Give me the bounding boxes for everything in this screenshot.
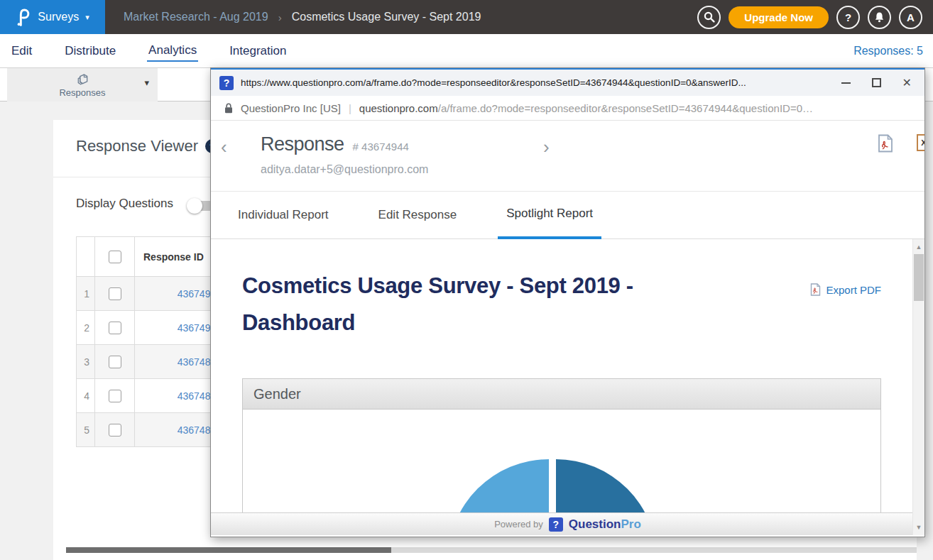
surveys-menu-button[interactable]: Surveys ▾: [0, 0, 105, 34]
responses-tool-label: Responses: [59, 87, 105, 98]
security-bar: QuestionPro Inc [US] | questionpro.com/a…: [211, 96, 924, 121]
upgrade-now-button[interactable]: Upgrade Now: [729, 6, 829, 28]
horizontal-scrollbar[interactable]: [66, 547, 917, 553]
report-tabs: Individual Report Edit Response Spotligh…: [211, 192, 924, 239]
powered-by-label: Powered by: [494, 519, 543, 529]
security-path: /a/frame.do?mode=responseeditor&response…: [438, 102, 813, 114]
response-id-badge: # 43674944: [353, 141, 409, 153]
screen: Surveys ▾ Market Research - Aug 2019 › C…: [0, 0, 933, 560]
breadcrumb-current: Cosmetics Usage Survey - Sept 2019: [292, 11, 481, 23]
export-pdf-icon: [810, 283, 821, 296]
row-number: 2: [77, 311, 95, 345]
question-icon: ?: [845, 11, 851, 23]
gender-section-title: Gender: [253, 386, 301, 402]
tab-spotlight-report[interactable]: Spotlight Report: [498, 192, 601, 239]
survey-nav: Edit Distribute Analytics Integration Re…: [0, 34, 933, 68]
breadcrumb-parent-link[interactable]: Market Research - Aug 2019: [124, 11, 268, 23]
nav-item-edit[interactable]: Edit: [10, 41, 33, 61]
lock-icon: [224, 103, 233, 114]
popup-body: ‹ Response # 43674944 › aditya.datar+5@q…: [211, 121, 924, 535]
questionpro-favicon-icon: ?: [219, 76, 234, 90]
header-select-all: [95, 237, 135, 277]
header-rownum: [77, 237, 95, 277]
close-icon[interactable]: ✕: [902, 77, 912, 89]
response-editor-popup: ? https://www.questionpro.com/a/frame.do…: [210, 67, 925, 537]
export-pdf-link[interactable]: Export PDF: [810, 283, 881, 296]
nav-item-distribute[interactable]: Distribute: [63, 41, 117, 61]
row-checkbox[interactable]: [109, 287, 121, 300]
topbar-actions: Upgrade Now ? A: [697, 6, 933, 29]
toggle-knob[interactable]: [187, 198, 202, 214]
respondent-email: aditya.datar+5@questionpro.com: [261, 163, 428, 176]
row-number: 5: [77, 413, 95, 447]
account-avatar[interactable]: A: [899, 6, 922, 29]
responses-tool-caret-icon[interactable]: ▾: [144, 77, 149, 88]
scroll-up-icon[interactable]: ▲: [913, 243, 924, 251]
previous-response-icon[interactable]: ‹: [221, 136, 227, 158]
window-controls: ✕: [841, 77, 912, 89]
questionpro-footer-logo-icon: ?: [549, 517, 563, 532]
response-title: Response: [261, 133, 344, 155]
responses-tool-button[interactable]: Responses ▾: [7, 68, 158, 101]
avatar-letter: A: [907, 11, 915, 23]
search-icon: [704, 11, 715, 23]
report-scroll-area: Cosmetics Usage Survey - Sept 2019 - Das…: [211, 239, 924, 514]
chevron-down-icon: ▾: [85, 13, 89, 22]
row-number: 3: [77, 345, 95, 379]
surveys-label: Surveys: [38, 11, 79, 23]
display-questions-label: Display Questions: [76, 197, 173, 211]
security-separator: |: [349, 102, 351, 114]
response-header: ‹ Response # 43674944 › aditya.datar+5@q…: [211, 121, 924, 192]
help-button[interactable]: ?: [836, 6, 860, 29]
pie-slice-right: [556, 459, 657, 514]
pie-slice-left: [448, 459, 549, 514]
bell-icon: [874, 11, 885, 23]
popup-titlebar[interactable]: ? https://www.questionpro.com/a/frame.do…: [211, 68, 924, 96]
popup-title-url: https://www.questionpro.com/a/frame.do?m…: [241, 77, 829, 88]
responses-pages-icon: [75, 72, 90, 87]
popup-vertical-scrollbar[interactable]: ▲ ▼: [912, 239, 924, 535]
popup-scrollbar-thumb[interactable]: [914, 254, 924, 301]
tab-individual-report[interactable]: Individual Report: [229, 192, 337, 239]
security-domain: questionpro.com: [359, 102, 438, 114]
pdf-download-icon[interactable]: [878, 134, 893, 153]
breadcrumb: Market Research - Aug 2019 › Cosmetics U…: [124, 11, 481, 23]
row-checkbox[interactable]: [109, 322, 121, 334]
dashboard-heading: Cosmetics Usage Survey - Sept 2019 - Das…: [242, 268, 711, 341]
nav-item-integration[interactable]: Integration: [228, 41, 288, 61]
row-number: 4: [77, 379, 95, 413]
questionpro-logo-icon: [16, 8, 31, 27]
row-number: 1: [77, 277, 95, 311]
security-org: QuestionPro Inc [US]: [241, 102, 341, 114]
gender-section: Gender: [242, 378, 881, 514]
row-checkbox[interactable]: [109, 356, 121, 368]
horizontal-scrollbar-thumb[interactable]: [66, 547, 391, 553]
gender-section-header: Gender: [243, 379, 880, 410]
minimize-icon[interactable]: [841, 82, 851, 84]
notifications-button[interactable]: [868, 6, 891, 29]
topbar: Surveys ▾ Market Research - Aug 2019 › C…: [0, 0, 933, 34]
page-title: Response Viewer: [76, 137, 198, 155]
questionpro-footer-brand[interactable]: QuestionPro: [569, 517, 641, 532]
breadcrumb-separator-icon: ›: [278, 11, 282, 23]
excel-download-icon[interactable]: X: [917, 134, 924, 153]
tab-edit-response[interactable]: Edit Response: [370, 192, 466, 239]
row-checkbox[interactable]: [109, 390, 121, 402]
powered-by-footer: Powered by ? QuestionPro: [211, 512, 924, 535]
responses-count: Responses: 5: [853, 34, 923, 68]
search-button[interactable]: [697, 6, 721, 29]
nav-item-analytics[interactable]: Analytics: [147, 40, 198, 62]
next-response-icon[interactable]: ›: [543, 136, 550, 158]
scroll-down-icon[interactable]: ▼: [913, 524, 924, 531]
row-checkbox[interactable]: [109, 424, 121, 437]
maximize-icon[interactable]: [872, 78, 881, 87]
select-all-checkbox[interactable]: [109, 251, 121, 263]
gender-pie-chart: [448, 459, 657, 514]
